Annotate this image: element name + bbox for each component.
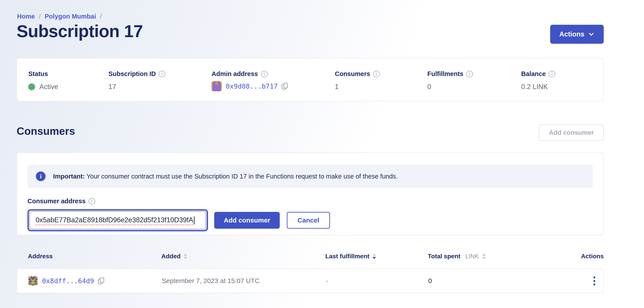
cancel-button[interactable]: Cancel [287, 212, 330, 229]
chevron-down-icon [588, 31, 595, 37]
stat-consumers: Consumers i 1 [335, 70, 427, 101]
balance-value: 0.2 LINK [521, 83, 548, 91]
consumers-table-header: Address Added Last fulfillment Total spe… [16, 249, 604, 263]
sort-icon-descending[interactable] [372, 253, 376, 260]
consumers-value: 1 [335, 83, 338, 91]
consumer-table-row: 0x8dff...64d9 September 7, 2023 at 15:07… [16, 269, 604, 293]
sort-icon[interactable] [183, 253, 188, 260]
stat-admin-address: Admin address i 0x9d08...b717 [212, 70, 335, 101]
info-icon[interactable]: i [88, 198, 95, 205]
stat-fulfillments: Fulfillments i 0 [427, 70, 521, 101]
column-header-last-fulfillment[interactable]: Last fulfillment [325, 253, 428, 260]
last-fulfillment-header-label: Last fulfillment [325, 253, 369, 260]
stat-status: Status Active [28, 70, 108, 101]
total-spent-unit-label: LINK [465, 253, 479, 260]
added-header-label: Added [161, 253, 180, 260]
address-header-label: Address [28, 253, 53, 260]
breadcrumb-separator: / [100, 13, 102, 20]
subscription-summary-card: Status Active Subscription ID i 17 Admin… [16, 58, 604, 101]
banner-message: Your consumer contract must use the Subs… [85, 173, 398, 180]
status-value: Active [40, 83, 58, 91]
fulfillments-label: Fulfillments [427, 70, 464, 78]
subscription-id-label: Subscription ID [108, 70, 156, 78]
banner-text: Important: Your consumer contract must u… [53, 173, 398, 180]
copy-icon[interactable] [98, 277, 105, 285]
column-header-actions: Actions [571, 253, 604, 260]
info-icon[interactable]: i [261, 71, 268, 77]
consumer-identicon-avatar [28, 276, 38, 286]
add-consumer-button-disabled[interactable]: Add consumer [539, 125, 604, 141]
admin-address-link[interactable]: 0x9d08...b717 [226, 82, 278, 90]
sort-icon[interactable] [482, 253, 486, 260]
important-banner: i Important: Your consumer contract must… [28, 165, 593, 188]
consumer-address-input[interactable]: 0x5abE77Ba2aE8918bfD96e2e382d5f213f10D39… [30, 211, 206, 229]
status-active-dot [28, 84, 35, 90]
consumer-address-input-value: 0x5abE77Ba2aE8918bfD96e2e382d5f213f10D39… [36, 216, 193, 224]
subscription-id-value: 17 [108, 83, 116, 91]
stat-subscription-id: Subscription ID i 17 [108, 70, 212, 101]
row-actions-cell [572, 275, 603, 287]
balance-label: Balance [521, 70, 546, 78]
info-icon[interactable]: i [548, 71, 555, 77]
breadcrumb-separator: / [39, 13, 41, 20]
actions-button[interactable]: Actions [550, 25, 604, 44]
total-spent-header-label: Total spent [428, 253, 460, 260]
consumer-address-link[interactable]: 0x8dff...64d9 [42, 277, 94, 285]
column-header-address: Address [28, 253, 161, 260]
row-added-cell: September 7, 2023 at 15:07 UTC [162, 277, 326, 285]
actions-button-label: Actions [559, 30, 584, 38]
row-total-spent-cell: 0 [428, 277, 572, 285]
add-consumer-form-card: i Important: Your consumer contract must… [16, 153, 604, 235]
info-icon[interactable]: i [159, 71, 165, 77]
consumers-label: Consumers [335, 70, 370, 78]
breadcrumb-home-link[interactable]: Home [17, 13, 35, 20]
add-consumer-form-row: 0x5abE77Ba2aE8918bfD96e2e382d5f213f10D39… [28, 209, 593, 231]
breadcrumb: Home / Polygon Mumbai / [17, 13, 104, 20]
consumer-address-input-focus-ring: 0x5abE77Ba2aE8918bfD96e2e382d5f213f10D39… [28, 209, 208, 231]
banner-emphasis: Important: [53, 173, 85, 180]
stat-balance: Balance i 0.2 LINK [521, 70, 555, 101]
status-label: Status [28, 70, 48, 78]
kebab-menu-icon[interactable] [592, 275, 597, 287]
column-header-total-spent[interactable]: Total spent LINK [428, 253, 571, 260]
main-content: Home / Polygon Mumbai / Subscription 17 … [16, 0, 604, 308]
admin-identicon-avatar [212, 81, 222, 91]
actions-header-label: Actions [581, 253, 604, 260]
consumers-section-heading: Consumers [16, 125, 75, 137]
admin-address-label: Admin address [212, 70, 258, 78]
info-icon[interactable]: i [466, 71, 473, 77]
page-title: Subscription 17 [16, 21, 143, 41]
row-address-cell: 0x8dff...64d9 [28, 276, 162, 286]
row-last-fulfillment-cell: - [326, 277, 428, 285]
consumer-address-field-label: Consumer address i [28, 197, 593, 205]
copy-icon[interactable] [281, 82, 288, 90]
consumer-address-label: Consumer address [28, 197, 86, 205]
breadcrumb-network-link[interactable]: Polygon Mumbai [45, 13, 96, 20]
add-consumer-submit-button[interactable]: Add consumer [214, 212, 280, 229]
column-header-added[interactable]: Added [161, 253, 325, 260]
info-filled-icon: i [36, 171, 46, 181]
text-caret [194, 217, 194, 224]
fulfillments-value: 0 [427, 83, 431, 91]
info-icon[interactable]: i [373, 71, 380, 77]
